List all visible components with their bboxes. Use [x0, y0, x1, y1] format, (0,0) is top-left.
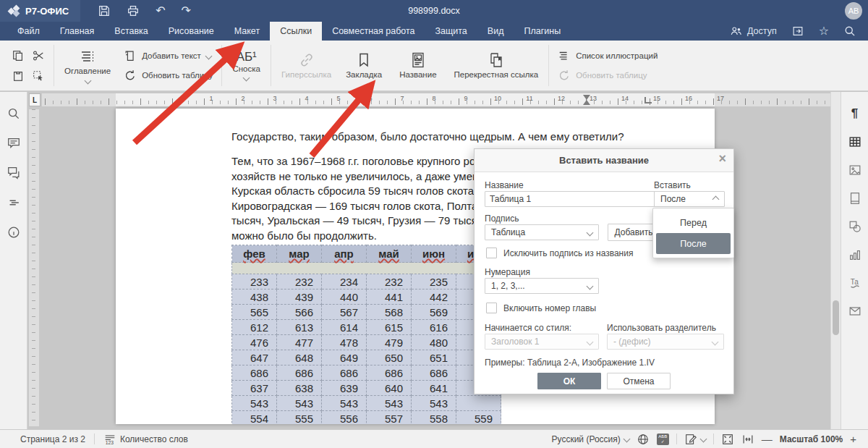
menu-tab[interactable]: Защита [425, 22, 477, 41]
favorite-star-icon[interactable]: ☆ [819, 25, 829, 37]
chevron-down-icon [587, 338, 594, 345]
table-cell: 640 [367, 381, 412, 396]
ok-button[interactable]: ОК [537, 373, 601, 389]
chevron-down-icon [699, 436, 707, 443]
ruler-number: 9 [464, 95, 467, 102]
tab-stop-selector[interactable]: L [29, 93, 41, 106]
chapter-number-checkbox[interactable] [486, 303, 497, 313]
navigation-panel-button[interactable] [5, 194, 22, 211]
footnote-button[interactable]: АБ¹ Сноска [225, 51, 267, 80]
tab-stop-marker[interactable] [644, 97, 652, 103]
search-button[interactable] [843, 25, 856, 38]
close-icon[interactable]: × [718, 152, 726, 165]
numbering-select[interactable]: 1, 2, 3,... [485, 278, 599, 294]
dialog-header[interactable]: Вставить название × [475, 149, 733, 172]
ruler-number: 8 [432, 95, 435, 102]
cross-reference-button[interactable]: Перекрестная ссылка [447, 51, 546, 80]
fit-page-button[interactable] [721, 433, 734, 446]
chat-panel-button[interactable] [5, 164, 22, 182]
menu-tab[interactable]: Ссылки [270, 22, 322, 41]
paragraph-settings-button[interactable]: ¶ [846, 105, 864, 122]
scrollbar-thumb[interactable] [833, 300, 839, 335]
ruler-number: 12 [558, 95, 565, 102]
table-row: 438439440441442 [232, 289, 501, 305]
ruler-number: 1 [209, 95, 213, 102]
cancel-button[interactable]: Отмена [607, 373, 671, 389]
insert-position-label: Вставить [654, 180, 691, 190]
redo-button[interactable]: ↷ [182, 5, 191, 17]
word-count-button[interactable]: 123 Количество слов [103, 433, 188, 446]
print-button[interactable] [127, 4, 140, 17]
chart-settings-button[interactable] [846, 246, 864, 263]
table-of-contents-button[interactable]: Оглавление [57, 48, 118, 83]
label-select[interactable]: Таблица [485, 224, 599, 240]
table-row: 686686686686686 [232, 365, 501, 381]
zoom-out-button[interactable]: — [762, 434, 773, 444]
numbering-value: 1, 2, 3,... [491, 281, 525, 291]
workspace: L 1234567891011121314151617 Государство,… [0, 92, 868, 429]
exclude-label-checkbox[interactable] [486, 248, 497, 258]
add-text-icon [124, 49, 137, 62]
menu-tab[interactable]: Главная [50, 22, 105, 41]
avatar[interactable]: AB [845, 2, 862, 20]
menu-tab[interactable]: Макет [224, 22, 270, 41]
data-table[interactable]: февмарапрмайиюниюл 233232234232235438439… [231, 245, 501, 424]
copy-button[interactable] [9, 46, 27, 65]
menu-tab[interactable]: Файл [7, 22, 50, 41]
update-table-disabled-label: Обновить таблицу [576, 71, 647, 80]
menu-tab[interactable]: Вставка [104, 22, 158, 41]
table-row: 233232234232235 [232, 274, 501, 289]
about-panel-button[interactable] [5, 224, 22, 241]
comments-panel-button[interactable] [5, 135, 22, 152]
paste-button[interactable] [9, 67, 27, 85]
table-cell: 555 [277, 411, 322, 425]
ruler-number: 10 [494, 95, 501, 102]
bookmark-button[interactable]: Закладка [339, 51, 389, 80]
menu-tab[interactable]: Вид [477, 22, 514, 41]
fit-width-button[interactable] [741, 433, 754, 446]
indent-marker[interactable] [583, 100, 590, 105]
insert-position-select[interactable]: После [654, 191, 725, 207]
document-title: 998999.docx [217, 6, 651, 16]
shape-settings-button[interactable] [846, 218, 864, 235]
table-cell: 557 [367, 411, 412, 425]
page-indicator[interactable]: Страница 2 из 2 [20, 434, 85, 444]
image-settings-button[interactable] [846, 161, 864, 179]
horizontal-ruler[interactable]: 1234567891011121314151617 [42, 93, 830, 106]
text-art-settings-button[interactable]: Та [846, 274, 864, 292]
mail-merge-button[interactable] [846, 303, 864, 320]
vertical-scrollbar[interactable] [830, 92, 841, 429]
search-panel-button[interactable] [5, 105, 22, 122]
share-button[interactable] [791, 25, 804, 38]
zoom-in-button[interactable]: + [850, 434, 856, 444]
add-text-button[interactable]: Добавить текст [124, 49, 213, 62]
headers-footers-settings-button[interactable] [846, 190, 864, 207]
menu-tab[interactable]: Рисование [158, 22, 224, 41]
spellcheck-toggle[interactable]: АБВ ✓ [657, 434, 669, 445]
caption-name-label: Название [485, 180, 524, 190]
dropdown-option[interactable]: Перед [656, 212, 731, 233]
table-cell: 476 [232, 335, 277, 350]
menu-tab[interactable]: Плагины [514, 22, 571, 41]
figures-list-button[interactable]: Список иллюстраций [558, 49, 658, 62]
table-header-row: февмарапрмайиюниюл [232, 245, 501, 263]
menu-tab[interactable]: Совместная работа [322, 22, 425, 41]
select-all-button[interactable] [29, 67, 48, 85]
dialog-title: Вставить название [559, 155, 649, 166]
set-language-button[interactable] [637, 433, 650, 446]
language-selector[interactable]: Русский (Россия) [552, 434, 629, 444]
caption-button[interactable]: Название [389, 51, 446, 80]
update-toc-button[interactable]: Обновить таблицу [124, 69, 213, 82]
access-button[interactable]: Доступ [730, 25, 777, 38]
vertical-ruler[interactable] [29, 109, 39, 426]
table-settings-button[interactable] [846, 133, 864, 151]
save-button[interactable] [98, 4, 111, 17]
review-mode-button[interactable] [684, 433, 706, 446]
ruler-number: 2 [241, 95, 244, 102]
undo-button[interactable]: ↶ [156, 5, 165, 17]
cut-button[interactable] [29, 46, 48, 65]
ruler-number: 17 [717, 95, 724, 102]
dropdown-option[interactable]: После [656, 233, 731, 254]
caption-name-input[interactable] [485, 191, 658, 207]
table-cell: 559 [456, 411, 501, 425]
